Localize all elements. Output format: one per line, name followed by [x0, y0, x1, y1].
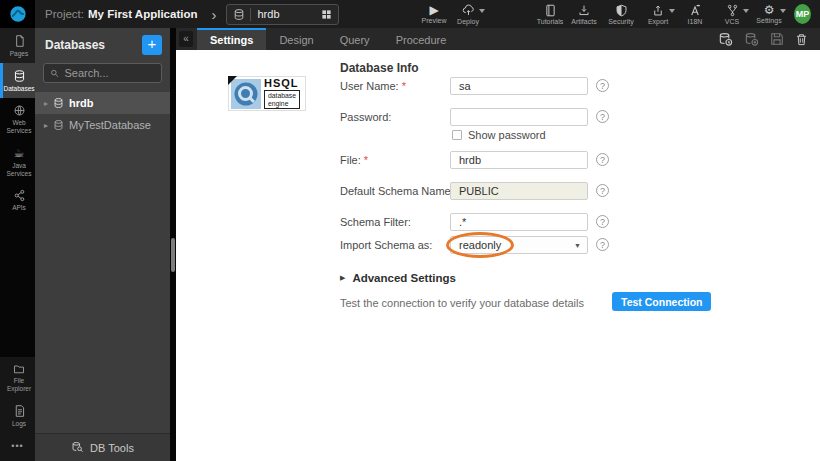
advanced-settings-toggle[interactable]: ▶ Advanced Settings: [340, 269, 800, 287]
language-icon: [688, 4, 702, 17]
tree-item-label: hrdb: [69, 97, 93, 109]
sidebar-item-logs[interactable]: Logs: [0, 398, 35, 433]
search-icon: [50, 68, 59, 79]
tab-design[interactable]: Design: [266, 28, 326, 50]
folder-icon: [12, 363, 26, 375]
page-icon: [13, 34, 26, 48]
database-search: [43, 63, 162, 83]
tutorials-button[interactable]: Tutorials: [533, 0, 567, 28]
hsql-q-icon: [231, 79, 261, 109]
preview-button[interactable]: ▶ Preview: [417, 0, 451, 28]
artifacts-button[interactable]: Artifacts: [567, 0, 601, 28]
add-database-button[interactable]: +: [142, 35, 162, 55]
caret-down-icon[interactable]: [743, 9, 749, 13]
nav-spacer: [0, 217, 35, 357]
show-password-label: Show password: [468, 129, 546, 141]
tab-procedure[interactable]: Procedure: [383, 28, 460, 50]
project-breadcrumb[interactable]: Project:My First Application: [45, 8, 197, 20]
select-caret-icon: ▼: [574, 242, 581, 249]
save-icon[interactable]: [770, 32, 784, 46]
username-row: User Name:* ?: [340, 77, 800, 95]
editor-tab-bar: « Settings Design Query Procedure: [176, 28, 820, 50]
export-database-icon[interactable]: [744, 32, 759, 47]
sidebar-item-web-services[interactable]: Web Services: [0, 98, 35, 140]
cloud-upload-icon: [461, 4, 476, 17]
default-schema-row: Default Schema Name:* ?: [340, 182, 800, 200]
sidebar-item-pages[interactable]: Pages: [0, 28, 35, 63]
more-options-icon[interactable]: •••: [0, 433, 35, 461]
help-icon[interactable]: ?: [596, 184, 609, 197]
tree-item-label: MyTestDatabase: [69, 119, 151, 131]
help-icon[interactable]: ?: [596, 238, 609, 251]
play-icon: ▶: [429, 4, 438, 16]
schema-filter-row: Schema Filter: ?: [340, 213, 800, 231]
tree-item-hrdb[interactable]: ▸ hrdb: [35, 92, 170, 114]
test-connection-button[interactable]: Test Connection: [612, 292, 711, 311]
export-button[interactable]: Export: [641, 0, 675, 28]
log-file-icon: [13, 404, 26, 418]
wavemaker-logo-icon: [9, 5, 27, 23]
deploy-button[interactable]: Deploy: [451, 0, 485, 28]
top-bar: Project:My First Application › hrdb ▶ Pr…: [0, 0, 820, 28]
sidebar-item-apis[interactable]: APIs: [0, 183, 35, 217]
help-icon[interactable]: ?: [596, 153, 609, 166]
password-input[interactable]: [450, 108, 588, 126]
project-label: Project:: [45, 8, 84, 20]
grid-icon[interactable]: [321, 9, 332, 20]
settings-button[interactable]: ⚙ Settings: [752, 0, 786, 28]
branch-icon: [726, 4, 739, 17]
required-mark: *: [364, 154, 368, 166]
user-avatar[interactable]: MP: [794, 4, 811, 24]
tab-toolbar: [718, 28, 820, 50]
file-input[interactable]: [450, 151, 588, 169]
nav-group-mid: Web Services ☕ Java Services APIs: [0, 98, 35, 217]
caret-down-icon[interactable]: [780, 9, 786, 13]
project-name: My First Application: [88, 8, 197, 20]
caret-down-icon[interactable]: [669, 9, 675, 13]
help-icon[interactable]: ?: [596, 110, 609, 123]
caret-down-icon[interactable]: [479, 9, 485, 13]
download-icon: [577, 4, 591, 17]
sidebar-item-file-explorer[interactable]: File Explorer: [0, 357, 35, 398]
settings-content: HSQL database engine Database Info User …: [176, 50, 820, 461]
vcs-button[interactable]: VCS: [715, 0, 749, 28]
hsql-logo-text: HSQL database engine: [264, 78, 300, 110]
i18n-button[interactable]: I18N: [678, 0, 712, 28]
search-input[interactable]: [64, 67, 155, 79]
shield-icon: [615, 4, 628, 17]
reimport-database-icon[interactable]: [718, 32, 733, 47]
help-icon[interactable]: ?: [596, 79, 609, 92]
schema-filter-label: Schema Filter:: [340, 216, 411, 228]
annotation-ellipse: [446, 232, 514, 258]
test-connection-row: Test the connection to verify your datab…: [340, 292, 800, 312]
sidebar-item-java-services[interactable]: ☕ Java Services: [0, 141, 35, 183]
show-password-row: Show password: [340, 129, 800, 141]
db-tools-button[interactable]: DB Tools: [35, 433, 170, 461]
tab-settings[interactable]: Settings: [197, 28, 266, 50]
tab-query[interactable]: Query: [327, 28, 383, 50]
sidebar-item-databases[interactable]: Databases: [0, 63, 35, 98]
import-schema-row: Import Schema as: readonly ▼ ?: [340, 236, 800, 254]
hsql-logo: HSQL database engine: [228, 76, 306, 111]
help-icon[interactable]: ?: [596, 215, 609, 228]
schema-filter-input[interactable]: [450, 213, 588, 231]
api-connector-icon: [13, 189, 26, 202]
show-password-checkbox[interactable]: [452, 130, 462, 140]
default-schema-input: [450, 182, 588, 200]
required-mark: *: [402, 80, 406, 92]
left-nav-sidebar: Pages Databases Web Services ☕ Java Serv…: [0, 28, 35, 461]
security-button[interactable]: Security: [604, 0, 638, 28]
database-tab-hrdb[interactable]: hrdb: [226, 4, 339, 25]
tree-caret-icon[interactable]: ▸: [44, 99, 48, 108]
tree-item-mytestdatabase[interactable]: ▸ MyTestDatabase: [35, 114, 170, 136]
database-tab-label: hrdb: [257, 8, 321, 20]
collapse-panel-button[interactable]: «: [179, 31, 193, 47]
file-row: File:* ?: [340, 151, 800, 169]
wavemaker-logo[interactable]: [0, 0, 35, 28]
tree-caret-icon[interactable]: ▸: [44, 121, 48, 130]
panel-title: Databases: [45, 38, 105, 52]
username-label: User Name:*: [340, 80, 406, 92]
panel-scrollbar-thumb[interactable]: [171, 238, 175, 272]
username-input[interactable]: [450, 77, 588, 95]
delete-icon[interactable]: [795, 32, 808, 47]
